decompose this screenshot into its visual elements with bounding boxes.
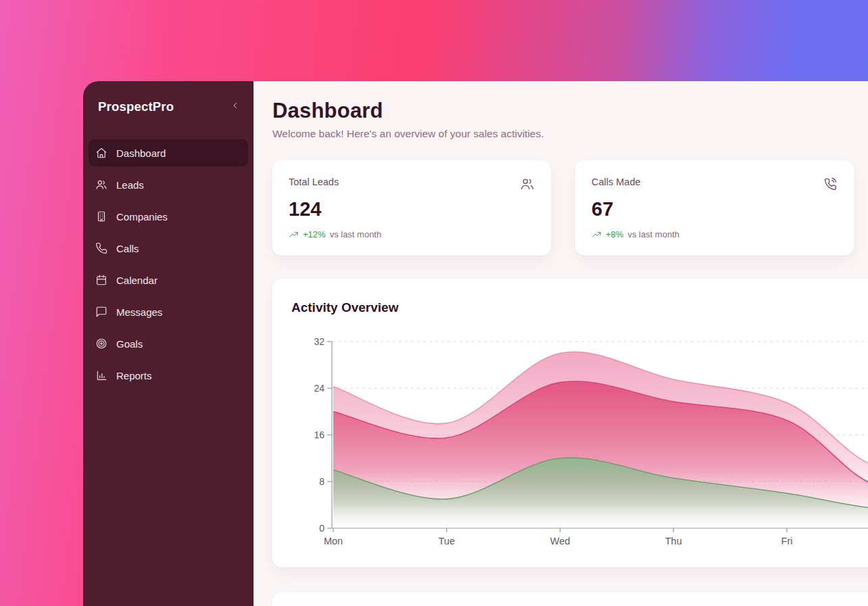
- stat-label: Total Leads: [289, 177, 339, 187]
- svg-text:Wed: Wed: [550, 536, 571, 546]
- stat-trend-suffix: vs last month: [627, 229, 679, 239]
- sidebar-item-label: Messages: [116, 306, 162, 318]
- bar-chart-icon: [95, 369, 107, 381]
- sidebar-item-messages[interactable]: Messages: [89, 298, 248, 325]
- stat-value: 124: [289, 198, 535, 220]
- home-icon: [95, 147, 107, 159]
- stat-trend: +12%: [303, 229, 326, 239]
- app-window: ProspectPro Dashboard Leads: [83, 81, 868, 606]
- sidebar-item-label: Reports: [116, 370, 152, 381]
- sidebar-item-calendar[interactable]: Calendar: [89, 266, 248, 294]
- phone-call-icon: [823, 177, 838, 191]
- page-title: Dashboard: [272, 99, 868, 123]
- svg-text:32: 32: [314, 336, 324, 347]
- sidebar-item-leads[interactable]: Leads: [89, 171, 248, 198]
- sidebar-item-label: Leads: [116, 179, 144, 191]
- svg-text:8: 8: [319, 476, 324, 487]
- chevron-left-icon: [231, 101, 240, 112]
- trending-up-icon: [592, 229, 602, 239]
- svg-text:Mon: Mon: [324, 536, 343, 546]
- users-icon: [95, 179, 107, 191]
- page-subtitle: Welcome back! Here's an overview of your…: [272, 128, 868, 140]
- building-icon: [95, 210, 107, 223]
- sidebar-item-label: Goals: [116, 338, 143, 350]
- sidebar-item-reports[interactable]: Reports: [89, 362, 248, 389]
- stats-row: Total Leads 124 +12% vs last month Calls…: [272, 160, 868, 256]
- sidebar-item-label: Companies: [116, 211, 168, 223]
- activity-chart: 08162432MonTueWedThuFri: [272, 279, 868, 567]
- desktop-background: { "window": { "sidebar": { "brand": "Pro…: [0, 0, 868, 606]
- stat-value: 67: [592, 198, 838, 220]
- stat-trend-suffix: vs last month: [330, 229, 382, 239]
- message-icon: [95, 306, 107, 318]
- users-icon: [520, 177, 535, 191]
- sidebar-nav: Dashboard Leads Companies Calls: [89, 139, 248, 389]
- sidebar-item-calls[interactable]: Calls: [89, 235, 248, 262]
- sidebar-item-goals[interactable]: Goals: [89, 330, 248, 357]
- phone-icon: [95, 242, 107, 254]
- sidebar-item-label: Calls: [116, 243, 139, 254]
- svg-text:16: 16: [314, 429, 324, 440]
- svg-text:0: 0: [319, 523, 324, 534]
- stat-card-calls-made: Calls Made 67 +8% vs last month: [575, 160, 854, 256]
- activity-overview-card: Activity Overview 08162432MonTueWedThuFr…: [272, 279, 868, 567]
- partial-card-below: [272, 592, 868, 606]
- sidebar-item-label: Dashboard: [116, 147, 166, 159]
- sidebar: ProspectPro Dashboard Leads: [83, 81, 254, 606]
- trending-up-icon: [289, 229, 299, 239]
- sidebar-item-companies[interactable]: Companies: [89, 203, 248, 230]
- stat-label: Calls Made: [592, 177, 641, 187]
- sidebar-item-label: Calendar: [116, 275, 158, 286]
- stat-trend: +8%: [606, 229, 623, 239]
- sidebar-header: ProspectPro: [89, 81, 248, 115]
- stat-card-total-leads: Total Leads 124 +12% vs last month: [272, 160, 551, 256]
- app-brand: ProspectPro: [98, 99, 174, 114]
- svg-text:Tue: Tue: [439, 536, 455, 546]
- sidebar-item-dashboard[interactable]: Dashboard: [89, 139, 248, 166]
- svg-text:24: 24: [314, 383, 324, 394]
- main-content: Dashboard Welcome back! Here's an overvi…: [254, 81, 868, 606]
- collapse-sidebar-button[interactable]: [228, 98, 243, 115]
- svg-text:Thu: Thu: [665, 536, 682, 546]
- calendar-icon: [95, 274, 107, 286]
- svg-text:Fri: Fri: [781, 536, 793, 546]
- target-icon: [95, 337, 107, 350]
